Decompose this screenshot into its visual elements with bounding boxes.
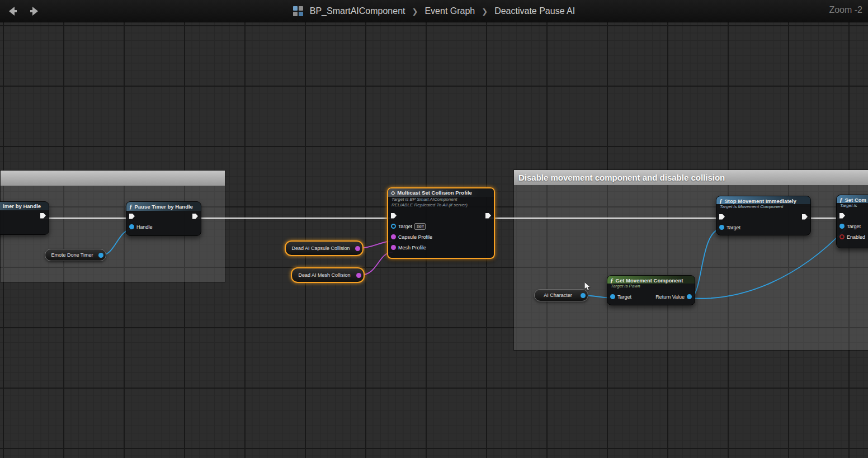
pin-label: Handle xyxy=(136,224,153,230)
pin-label: Enabled xyxy=(847,234,865,240)
exec-out-pin[interactable] xyxy=(192,214,198,219)
exec-out-pin[interactable] xyxy=(802,214,808,220)
node-subtitle: RELIABLE Replicated To All (if server) xyxy=(388,202,494,208)
exec-in-pin[interactable] xyxy=(391,213,397,219)
node-subtitle: Target is xyxy=(837,203,868,209)
comment-body xyxy=(514,185,868,350)
return-value-pin[interactable] xyxy=(687,294,692,299)
node-subtitle: Target is Pawn xyxy=(607,284,695,289)
variable-ai-character[interactable]: AI Character xyxy=(534,289,588,301)
breadcrumb-event-graph[interactable]: Event Graph xyxy=(424,6,475,16)
breadcrumb: BP_SmartAIComponent ❯ Event Graph ❯ Deac… xyxy=(0,0,868,22)
exec-out-pin[interactable] xyxy=(485,213,491,219)
node-subtitle: Target is BP Smart AIComponent xyxy=(388,197,494,202)
node-subtitle: Target is Movement Component xyxy=(716,204,810,210)
pin-label: Return Value xyxy=(655,294,685,300)
node-pause-timer-by-handle[interactable]: ƒ Pause Timer by Handle Handle xyxy=(126,201,201,236)
exec-out-pin[interactable] xyxy=(40,213,46,219)
pin-label: Capsule Profile xyxy=(398,234,432,240)
node-title: Stop Movement Immediately xyxy=(725,198,796,204)
pin-label: Mesh Profile xyxy=(398,245,426,251)
node-set-collision-enabled[interactable]: ƒ Set Com Target is Target Enabled xyxy=(836,195,868,248)
output-pin[interactable] xyxy=(581,293,586,298)
target-pin[interactable] xyxy=(391,224,396,229)
zoom-level: Zoom -2 xyxy=(829,5,862,15)
target-pin[interactable] xyxy=(719,225,724,230)
chevron-right-icon: ❯ xyxy=(412,7,418,16)
pin-label: Target xyxy=(727,225,740,230)
handle-pin[interactable] xyxy=(129,224,134,229)
node-title: Set Com xyxy=(845,197,867,203)
mesh-profile-pin[interactable] xyxy=(391,245,396,250)
function-icon: ƒ xyxy=(719,197,723,204)
output-pin[interactable] xyxy=(356,273,361,278)
blueprint-icon xyxy=(293,6,303,16)
breadcrumb-function[interactable]: Deactivate Pause AI xyxy=(494,6,575,16)
node-stop-movement-immediately[interactable]: ƒ Stop Movement Immediately Target is Mo… xyxy=(716,196,811,235)
node-multicast-set-collision-profile[interactable]: ◇ Multicast Set Collision Profile Target… xyxy=(387,187,495,259)
event-diamond-icon: ◇ xyxy=(391,190,395,196)
breadcrumb-blueprint[interactable]: BP_SmartAIComponent xyxy=(310,6,405,16)
pill-label: Dead AI Capsule Collision xyxy=(291,245,350,251)
pill-label: AI Character xyxy=(544,292,572,298)
node-title: Multicast Set Collision Profile xyxy=(397,190,472,196)
function-icon: ƒ xyxy=(839,196,843,203)
function-icon: ƒ xyxy=(610,277,614,284)
blueprint-editor-window: BP_SmartAIComponent ❯ Event Graph ❯ Deac… xyxy=(0,0,868,458)
pill-label: Dead AI Mesh Collision xyxy=(298,272,350,278)
enabled-pin[interactable] xyxy=(839,234,845,239)
chevron-right-icon: ❯ xyxy=(482,7,488,16)
comment-header[interactable]: Disable movement component and disable c… xyxy=(514,170,868,185)
pin-label: Target xyxy=(398,224,412,229)
node-timer-by-handle[interactable]: imer by Handle xyxy=(0,201,49,235)
output-pin[interactable] xyxy=(98,253,103,258)
variable-dead-ai-mesh-collision[interactable]: Dead AI Mesh Collision xyxy=(291,267,365,283)
target-pin[interactable] xyxy=(610,294,615,299)
variable-emote-done-timer[interactable]: Emote Done Timer xyxy=(45,249,106,261)
exec-in-pin[interactable] xyxy=(839,213,845,219)
comment-box-right: Disable movement component and disable c… xyxy=(513,169,868,351)
function-icon: ƒ xyxy=(129,203,133,210)
pill-label: Emote Done Timer xyxy=(51,252,93,258)
node-title: imer by Handle xyxy=(0,202,49,210)
target-pin[interactable] xyxy=(839,224,845,229)
variable-dead-ai-capsule-collision[interactable]: Dead AI Capsule Collision xyxy=(285,240,364,256)
exec-in-pin[interactable] xyxy=(129,214,135,219)
self-chip: self xyxy=(414,223,426,230)
exec-in-pin[interactable] xyxy=(719,214,725,220)
node-title: Get Movement Component xyxy=(616,277,683,284)
node-title: Pause Timer by Handle xyxy=(135,204,193,210)
capsule-profile-pin[interactable] xyxy=(391,234,396,239)
pin-label: Target xyxy=(847,224,861,229)
comment-header[interactable] xyxy=(1,171,225,186)
top-bar: BP_SmartAIComponent ❯ Event Graph ❯ Deac… xyxy=(0,0,868,22)
graph-canvas[interactable]: Disable movement component and disable c… xyxy=(0,22,868,458)
node-get-movement-component[interactable]: ƒ Get Movement Component Target is Pawn … xyxy=(607,275,695,305)
pin-label: Target xyxy=(617,294,631,300)
output-pin[interactable] xyxy=(355,246,360,251)
